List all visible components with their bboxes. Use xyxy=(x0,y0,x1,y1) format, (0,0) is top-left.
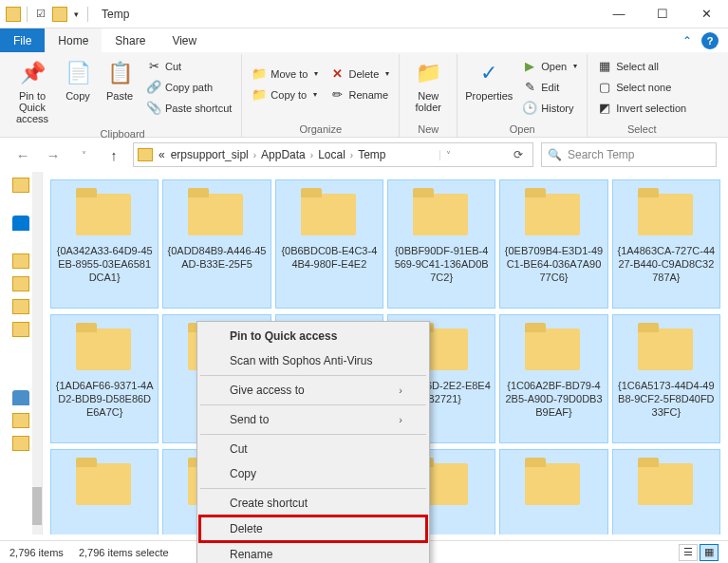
folder-item[interactable]: {1C06A2BF-BD79-42B5-A90D-79D0DB3B9EAF} xyxy=(499,314,607,443)
navpane-scroll-thumb[interactable] xyxy=(32,487,42,525)
cm-scan[interactable]: Scan with Sophos Anti-Virus xyxy=(199,348,427,373)
nav-onedrive-icon[interactable] xyxy=(12,216,29,231)
breadcrumb-seg[interactable]: AppData xyxy=(259,148,308,161)
breadcrumb[interactable]: « erpsupport_sipl› AppData› Local› Temp … xyxy=(133,142,533,167)
properties-button[interactable]: ✓ Properties xyxy=(463,56,514,103)
navigation-pane[interactable] xyxy=(0,172,43,535)
folder-item[interactable]: {0A342A33-64D9-45EB-8955-03EA6581DCA1} xyxy=(50,179,159,309)
copy-to-button[interactable]: 📁Copy to▾ xyxy=(248,84,322,104)
folder-item[interactable]: {0ADD84B9-A446-45AD-B33E-25F5 xyxy=(162,179,271,309)
quick-access-check-icon[interactable]: ☑ xyxy=(33,8,48,20)
folder-item[interactable]: {0B6BDC0B-E4C3-44B4-980F-E4E2 xyxy=(275,179,383,309)
scissors-icon: ✂ xyxy=(146,59,161,74)
pin-to-quick-access-button[interactable]: 📌 Pin to Quick access xyxy=(9,56,55,126)
folder-icon xyxy=(636,458,697,507)
paste-shortcut-icon: 📎 xyxy=(146,101,161,116)
delete-button[interactable]: ✕Delete▾ xyxy=(326,64,393,84)
status-selected-count: 2,796 items selecte xyxy=(79,547,169,558)
open-button[interactable]: ▶Open▾ xyxy=(518,56,581,76)
view-tab[interactable]: View xyxy=(159,28,210,52)
nav-thispc-icon[interactable] xyxy=(12,390,29,405)
search-box[interactable]: 🔍 xyxy=(541,142,717,167)
folder-icon xyxy=(186,188,247,237)
copy-button[interactable]: 📄 Copy xyxy=(59,56,97,103)
nav-folder-icon[interactable] xyxy=(12,276,29,291)
nav-folder-icon[interactable] xyxy=(12,253,29,269)
nav-folder-icon[interactable] xyxy=(12,436,29,451)
nav-folder-icon[interactable] xyxy=(12,322,29,337)
paste-shortcut-button[interactable]: 📎Paste shortcut xyxy=(142,98,235,118)
move-to-button[interactable]: 📁Move to▾ xyxy=(248,64,322,84)
folder-label: {1C06A2BF-BD79-42B5-A90D-79D0DB3B9EAF} xyxy=(502,380,605,419)
cm-shortcut[interactable]: Create shortcut xyxy=(199,491,427,516)
folder-item[interactable] xyxy=(499,449,607,535)
cm-send-to[interactable]: Send to› xyxy=(199,407,427,432)
paste-icon: 📋 xyxy=(104,58,135,88)
pin-icon: 📌 xyxy=(17,58,47,88)
properties-icon: ✓ xyxy=(474,58,504,88)
refresh-icon[interactable]: ⟳ xyxy=(508,148,529,161)
nav-folder-icon[interactable] xyxy=(12,413,29,428)
cm-delete[interactable]: Delete xyxy=(198,515,428,543)
dropdown-icon[interactable]: ˅ xyxy=(439,150,457,160)
edit-button[interactable]: ✎Edit xyxy=(518,77,581,97)
home-tab[interactable]: Home xyxy=(45,28,102,52)
invert-selection-button[interactable]: ◩Invert selection xyxy=(593,98,690,118)
paste-button[interactable]: 📋 Paste xyxy=(101,56,139,103)
cm-pin[interactable]: Pin to Quick access xyxy=(199,324,427,348)
close-button[interactable]: ✕ xyxy=(684,0,728,28)
help-icon[interactable]: ? xyxy=(701,32,719,49)
minimize-button[interactable]: — xyxy=(597,0,641,28)
new-folder-button[interactable]: 📁 New folder xyxy=(405,56,451,115)
cm-rename[interactable]: Rename xyxy=(199,542,427,563)
copy-path-button[interactable]: 🔗Copy path xyxy=(142,77,235,97)
nav-folder-icon[interactable] xyxy=(12,178,29,193)
rename-button[interactable]: ✏Rename xyxy=(326,84,393,104)
nav-history-dropdown[interactable]: ˅ xyxy=(72,143,95,166)
nav-back-button[interactable]: ← xyxy=(11,143,34,166)
maximize-button[interactable]: ☐ xyxy=(641,0,684,28)
select-all-button[interactable]: ▦Select all xyxy=(593,56,690,76)
folder-label: {1C6A5173-44D4-49B8-9CF2-5F8D40FD33FC} xyxy=(615,380,718,419)
ribbon-group-select: ▦Select all ▢Select none ◩Invert selecti… xyxy=(588,54,696,137)
folder-icon xyxy=(52,7,67,22)
breadcrumb-seg[interactable]: Temp xyxy=(356,148,387,161)
view-details-button[interactable]: ☰ xyxy=(679,544,698,561)
folder-item[interactable]: {1AD6AF66-9371-4AD2-BDB9-D58E86DE6A7C} xyxy=(50,314,159,443)
address-bar-row: ← → ˅ ↑ « erpsupport_sipl› AppData› Loca… xyxy=(0,138,728,172)
history-icon: 🕒 xyxy=(522,101,537,116)
folder-item[interactable]: {1C6A5173-44D4-49B8-9CF2-5F8D40FD33FC} xyxy=(612,314,720,443)
ribbon-group-clipboard: 📌 Pin to Quick access 📄 Copy 📋 Paste ✂Cu… xyxy=(4,54,242,137)
nav-up-button[interactable]: ↑ xyxy=(103,143,125,166)
window-title: Temp xyxy=(102,8,129,21)
invert-icon: ◩ xyxy=(597,101,612,116)
select-none-button[interactable]: ▢Select none xyxy=(593,77,690,97)
dropdown-icon[interactable]: ▾ xyxy=(71,9,82,19)
navpane-scrollbar[interactable] xyxy=(32,172,42,535)
cm-copy[interactable]: Copy xyxy=(199,461,427,486)
chevron-right-icon: › xyxy=(399,385,402,396)
nav-forward-button[interactable]: → xyxy=(42,143,65,166)
file-tab[interactable]: File xyxy=(0,28,45,52)
view-icons-button[interactable]: ▦ xyxy=(700,544,719,561)
cm-cut[interactable]: Cut xyxy=(199,437,427,461)
history-button[interactable]: 🕒History xyxy=(518,98,581,118)
folder-item[interactable] xyxy=(50,449,159,535)
nav-folder-icon[interactable] xyxy=(12,299,29,314)
folder-item[interactable]: {0BBF90DF-91EB-4569-9C41-136AD0B7C2} xyxy=(387,179,495,309)
ribbon-group-open: ✓ Properties ▶Open▾ ✎Edit 🕒History Open xyxy=(457,54,588,137)
breadcrumb-seg[interactable]: erpsupport_sipl xyxy=(169,148,251,161)
folder-item[interactable] xyxy=(612,449,720,535)
search-input[interactable] xyxy=(568,148,710,161)
cm-give-access[interactable]: Give access to› xyxy=(199,378,427,403)
edit-icon: ✎ xyxy=(522,80,537,95)
collapse-ribbon-icon[interactable]: ⌃ xyxy=(682,34,692,47)
breadcrumb-seg[interactable]: Local xyxy=(316,148,347,161)
folder-label: {0BBF90DF-91EB-4569-9C41-136AD0B7C2} xyxy=(390,245,493,284)
cut-button[interactable]: ✂Cut xyxy=(142,56,235,76)
folder-item[interactable]: {1A4863CA-727C-4427-B440-C9AD8C32787A} xyxy=(612,179,720,309)
open-icon: ▶ xyxy=(522,59,537,74)
folder-item[interactable]: {0EB709B4-E3D1-49C1-BE64-036A7A9077C6} xyxy=(499,179,607,309)
search-icon: 🔍 xyxy=(548,148,562,161)
share-tab[interactable]: Share xyxy=(102,28,159,52)
